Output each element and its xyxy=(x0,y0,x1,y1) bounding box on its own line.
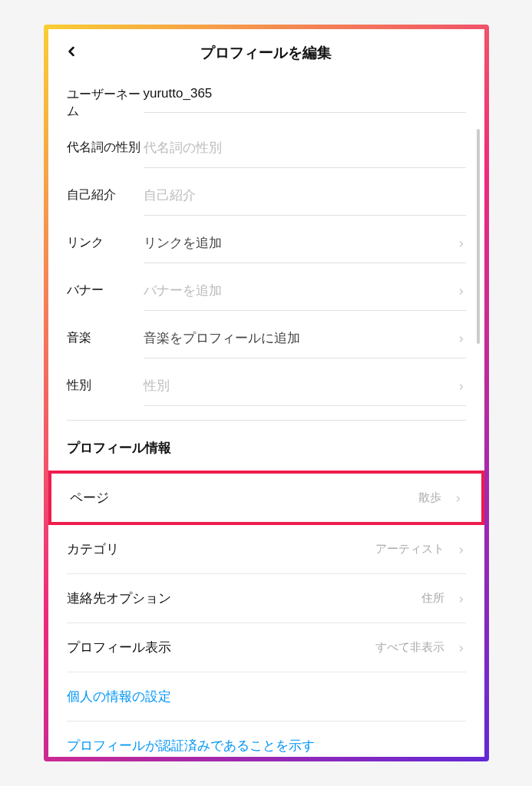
chevron-right-icon xyxy=(457,544,466,553)
header: プロフィールを編集 xyxy=(48,29,484,75)
profile-display-label: プロフィール表示 xyxy=(67,639,375,656)
content: ユーザーネーム yurutto_365 代名詞の性別 代名詞の性別 自己紹介 自… xyxy=(48,75,484,757)
contact-options-label: 連絡先オプション xyxy=(67,590,421,607)
page-value: 散歩 xyxy=(418,490,441,505)
chevron-right-icon xyxy=(457,642,466,652)
banner-row[interactable]: バナー バナーを追加 xyxy=(67,271,466,319)
chevron-right-icon xyxy=(457,238,466,247)
chevron-right-icon xyxy=(454,493,463,502)
bio-row[interactable]: 自己紹介 自己紹介 xyxy=(67,176,466,223)
links-placeholder: リンクを追加 xyxy=(144,234,451,252)
gender-label: 性別 xyxy=(67,374,144,394)
profile-display-value: すべて非表示 xyxy=(375,640,444,655)
profile-display-row[interactable]: プロフィール表示 すべて非表示 xyxy=(67,623,466,672)
chevron-right-icon xyxy=(457,333,466,342)
category-label: カテゴリ xyxy=(67,540,375,558)
banner-label: バナー xyxy=(67,279,144,299)
back-button[interactable] xyxy=(64,44,79,62)
chevron-right-icon xyxy=(457,381,466,390)
category-value: アーティスト xyxy=(375,542,444,556)
bio-label: 自己紹介 xyxy=(67,183,144,203)
music-label: 音楽 xyxy=(67,326,144,346)
personal-info-link[interactable]: 個人の情報の設定 xyxy=(67,672,466,722)
chevron-right-icon xyxy=(457,286,466,295)
links-row[interactable]: リンク リンクを追加 xyxy=(67,223,466,271)
scrollbar[interactable] xyxy=(477,129,480,344)
page-title: プロフィールを編集 xyxy=(64,43,469,63)
category-row[interactable]: カテゴリ アーティスト xyxy=(67,525,466,574)
links-label: リンク xyxy=(67,231,144,251)
banner-placeholder: バナーを追加 xyxy=(144,282,451,299)
music-placeholder: 音楽をプロフィールに追加 xyxy=(144,329,451,347)
gender-row[interactable]: 性別 性別 xyxy=(67,366,466,414)
chevron-left-icon xyxy=(64,44,79,62)
profile-info-header: プロフィール情報 xyxy=(67,421,466,471)
contact-options-value: 住所 xyxy=(421,591,444,606)
username-label: ユーザーネーム xyxy=(67,83,144,121)
pronouns-placeholder: 代名詞の性別 xyxy=(144,139,466,157)
bio-placeholder: 自己紹介 xyxy=(144,187,466,204)
page-label: ページ xyxy=(70,489,418,507)
pronouns-row[interactable]: 代名詞の性別 代名詞の性別 xyxy=(67,128,466,176)
music-row[interactable]: 音楽 音楽をプロフィールに追加 xyxy=(67,319,466,366)
chevron-right-icon xyxy=(457,593,466,603)
contact-options-row[interactable]: 連絡先オプション 住所 xyxy=(67,574,466,623)
username-row[interactable]: ユーザーネーム yurutto_365 xyxy=(67,75,466,128)
gender-placeholder: 性別 xyxy=(144,377,451,395)
pronouns-label: 代名詞の性別 xyxy=(67,136,144,156)
gradient-frame: プロフィールを編集 ユーザーネーム yurutto_365 代名詞の性別 代名詞… xyxy=(44,25,489,761)
screen: プロフィールを編集 ユーザーネーム yurutto_365 代名詞の性別 代名詞… xyxy=(48,29,484,757)
page-row[interactable]: ページ 散歩 xyxy=(48,471,484,525)
username-value: yurutto_365 xyxy=(144,86,466,101)
verified-link[interactable]: プロフィールが認証済みであることを示す xyxy=(67,722,466,757)
